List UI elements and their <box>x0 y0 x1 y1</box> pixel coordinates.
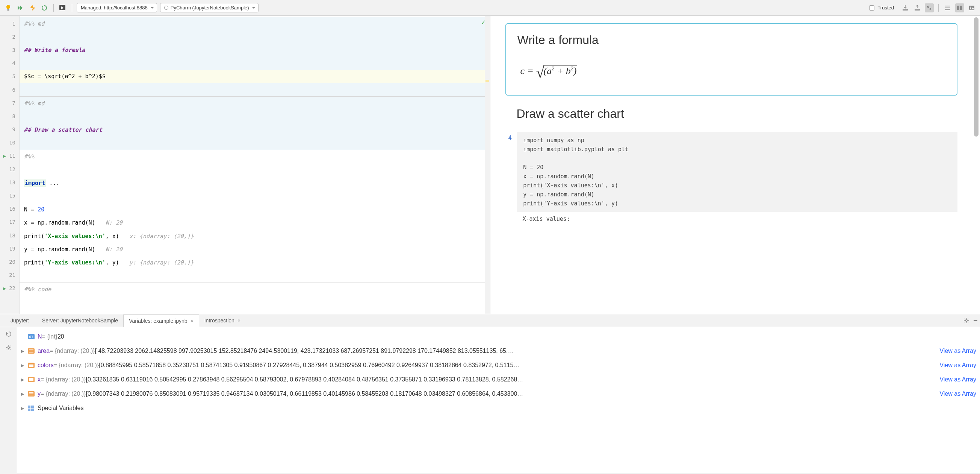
trusted-toggle[interactable]: Trusted <box>869 5 894 11</box>
scrollbar-marker <box>485 80 489 82</box>
download-icon[interactable] <box>901 3 910 13</box>
rendered-formula: c = √(a2 + b2) <box>517 62 946 80</box>
variable-row[interactable]: ▶ y = {ndarray: (20,)} [0.98007343 0.219… <box>21 387 976 401</box>
array-icon <box>28 348 35 354</box>
line-number: ▶22 <box>0 282 19 295</box>
line-number: ▶11 <box>0 149 19 163</box>
line-number: 2 <box>0 30 19 43</box>
upload-icon[interactable] <box>913 3 922 13</box>
svg-rect-24 <box>29 380 33 381</box>
preview-active-cell[interactable]: Write a formula c = √(a2 + b2) <box>505 23 958 96</box>
line-number: 20 <box>0 255 19 268</box>
editor-pane: 1 2 3 4 5 6 7 8 9 10 ▶11 12 13 15 16 17 … <box>0 16 490 314</box>
run-cell-icon[interactable]: ▶ <box>0 153 9 159</box>
expand-icon[interactable]: ▶ <box>21 349 28 354</box>
line-number: 18 <box>0 229 19 242</box>
view-as-array-link[interactable]: View as Array <box>938 391 976 397</box>
lines-view-icon[interactable] <box>943 3 952 13</box>
line-number: 15 <box>0 189 19 202</box>
editor-gutter: 1 2 3 4 5 6 7 8 9 10 ▶11 12 13 15 16 17 … <box>0 16 19 314</box>
svg-rect-26 <box>29 393 33 393</box>
minimize-icon[interactable] <box>971 316 980 325</box>
cell-marker: #%% <box>24 153 34 160</box>
trusted-checkbox[interactable] <box>869 5 874 11</box>
toolbar-separator <box>53 4 54 12</box>
svg-rect-0 <box>8 10 10 11</box>
import-keyword: import <box>24 179 46 187</box>
editor-scrollbar[interactable] <box>485 16 490 314</box>
svg-rect-27 <box>29 394 33 394</box>
reload-icon[interactable] <box>4 330 13 338</box>
line-number: 12 <box>0 163 19 176</box>
variable-row[interactable]: ▶ area = {ndarray: (20,)} [ 48.72203933 … <box>21 344 976 358</box>
cell-marker: #%% md <box>24 100 45 107</box>
toolbar: Managed: http://localhost:8888 PyCharm (… <box>0 0 980 16</box>
settings-icon[interactable] <box>4 343 13 352</box>
line-number: 9 <box>0 123 19 136</box>
main-split: 1 2 3 4 5 6 7 8 9 10 ▶11 12 13 15 16 17 … <box>0 16 980 314</box>
close-icon[interactable]: × <box>191 318 194 324</box>
special-variables-row[interactable]: ▶ Special Variables <box>21 401 976 415</box>
jupyter-label: Jupyter: <box>3 318 37 324</box>
code-cell-preview[interactable]: 4 import numpy as np import matplotlib.p… <box>505 132 958 212</box>
kernel-status-icon <box>164 6 169 10</box>
svg-point-8 <box>966 320 967 322</box>
svg-rect-15 <box>29 351 33 351</box>
svg-rect-29 <box>28 405 30 408</box>
kernel-dropdown[interactable]: PyCharm (JupyterNotebookSample) <box>160 3 259 13</box>
close-icon[interactable]: × <box>237 318 240 324</box>
inline-hint: y: {ndarray: (20,)} <box>129 259 194 266</box>
line-number: 10 <box>0 136 19 149</box>
svg-rect-16 <box>29 352 33 353</box>
view-as-array-link[interactable]: View as Array <box>938 348 976 354</box>
tab-introspection[interactable]: Introspection× <box>199 314 246 327</box>
svg-rect-20 <box>29 366 33 367</box>
line-number: 3 <box>0 43 19 56</box>
expand-icon[interactable]: ▶ <box>21 392 28 396</box>
debug-cell-icon[interactable] <box>58 3 67 13</box>
trusted-label: Trusted <box>877 5 894 11</box>
expand-icon[interactable]: ▶ <box>21 406 28 411</box>
run-cell-icon[interactable]: ▶ <box>0 286 9 291</box>
inline-hint: N: 20 <box>106 219 123 226</box>
svg-rect-14 <box>29 350 33 350</box>
svg-point-10 <box>8 347 10 349</box>
split-view-icon[interactable] <box>955 3 964 13</box>
interrupt-icon[interactable] <box>28 3 37 13</box>
variable-row[interactable]: ▶ colors = {ndarray: (20,)} [0.88845995 … <box>21 358 976 372</box>
run-all-icon[interactable] <box>16 3 25 13</box>
svg-rect-5 <box>960 6 963 10</box>
tab-variables[interactable]: Variables: example.ipynb× <box>123 314 199 327</box>
variable-row[interactable]: 01 N = {int} 20 <box>21 330 976 344</box>
bottom-panel: Jupyter: Server: JupyterNotebookSample V… <box>0 314 980 473</box>
latex-formula: $$c = \sqrt(a^2 + b^2)$$ <box>24 73 106 80</box>
toolbar-separator <box>72 4 72 12</box>
expand-icon[interactable]: ▶ <box>21 377 28 382</box>
variable-row[interactable]: ▶ x = {ndarray: (20,)} [0.33261835 0.631… <box>21 372 976 387</box>
view-as-array-link[interactable]: View as Array <box>938 376 976 383</box>
line-number: 7 <box>0 96 19 110</box>
editor-body[interactable]: ✓ #%% md ## Write a formula $$c = \sqrt(… <box>19 16 490 314</box>
image-view-icon[interactable] <box>967 3 976 13</box>
markdown-heading: ## Draw a scatter chart <box>24 126 102 133</box>
server-dropdown[interactable]: Managed: http://localhost:8888 <box>76 3 157 13</box>
view-as-array-link[interactable]: View as Array <box>938 362 976 369</box>
preview-scrollbar[interactable] <box>974 17 978 137</box>
line-number: 5 <box>0 70 19 83</box>
inline-hint: x: {ndarray: (20,)} <box>129 233 194 239</box>
preview-heading: Write a formula <box>517 33 946 47</box>
svg-rect-18 <box>29 364 33 364</box>
svg-rect-6 <box>969 6 974 10</box>
svg-rect-9 <box>974 320 977 321</box>
gear-icon[interactable] <box>962 316 971 325</box>
svg-rect-22 <box>29 378 33 379</box>
svg-point-7 <box>970 6 971 8</box>
tab-server[interactable]: Server: JupyterNotebookSample <box>37 314 123 327</box>
svg-rect-4 <box>957 6 959 10</box>
bulb-icon[interactable] <box>4 3 13 13</box>
preview-heading: Draw a scatter chart <box>505 103 958 132</box>
expand-icon[interactable]: ▶ <box>21 363 28 368</box>
restart-icon[interactable] <box>40 3 49 13</box>
sync-scroll-icon[interactable] <box>925 3 934 13</box>
svg-rect-23 <box>29 379 33 380</box>
